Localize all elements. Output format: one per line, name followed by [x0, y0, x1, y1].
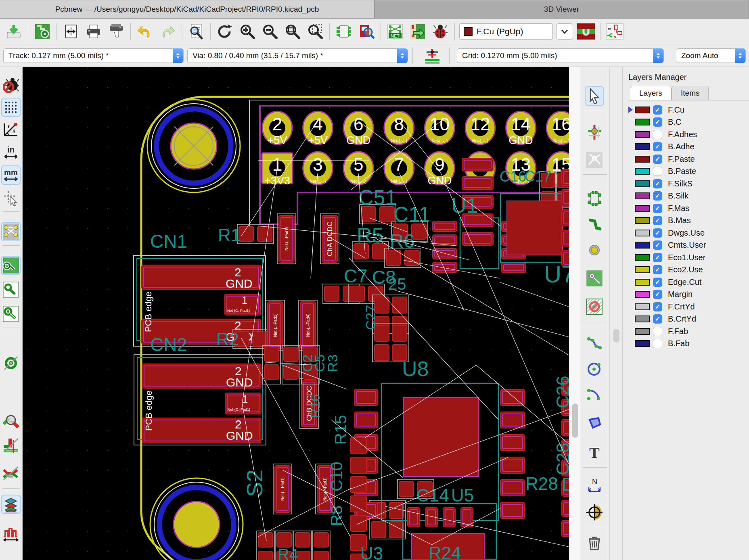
layer-visibility-checkbox[interactable]: ✓ [653, 253, 662, 262]
canvas-vscroll-thumb[interactable] [572, 403, 578, 438]
layer-color-swatch[interactable] [635, 107, 650, 113]
add-keepout-button[interactable] [586, 298, 603, 316]
layer-row-b-paste[interactable]: B.Paste [628, 165, 749, 178]
layer-visibility-checkbox[interactable]: ✓ [653, 278, 662, 287]
layer-visibility-checkbox[interactable]: ✓ [653, 216, 662, 225]
update-pcb-button[interactable] [408, 22, 427, 41]
layer-color-swatch[interactable] [635, 119, 650, 125]
draw-arc-button[interactable] [586, 385, 603, 403]
layer-color-swatch[interactable] [635, 316, 650, 322]
zones-outline-button[interactable] [2, 281, 20, 299]
panel-scroll-thumb[interactable] [613, 329, 619, 343]
layer-visibility-checkbox[interactable]: ✓ [653, 204, 662, 213]
zoom-out-button[interactable] [260, 22, 280, 41]
track-width-select[interactable]: Track: 0.127 mm (5.00 mils) * [3, 48, 184, 63]
grid-spinner-icon[interactable] [653, 48, 663, 63]
add-dimension-button[interactable]: N [586, 477, 603, 495]
layer-color-swatch[interactable] [635, 131, 650, 138]
tab-layers[interactable]: Layers [630, 86, 672, 100]
layer-row-eco1-user[interactable]: ✓Eco1.User [628, 251, 749, 264]
cursor-shape-button[interactable] [2, 189, 20, 207]
layer-color-swatch[interactable] [635, 168, 650, 175]
layer-visibility-checkbox[interactable]: ✓ [653, 105, 662, 115]
zoom-in-button[interactable] [238, 22, 257, 41]
polar-coords-button[interactable]: rθ [2, 121, 20, 139]
print-button[interactable] [84, 22, 103, 41]
layer-color-swatch[interactable] [635, 205, 650, 212]
layer-color-swatch[interactable] [635, 254, 650, 261]
drc-button[interactable] [431, 22, 450, 41]
layer-visibility-checkbox[interactable] [653, 339, 662, 348]
units-mm-button[interactable]: mm [2, 166, 20, 184]
layer-row-b-fab[interactable]: B.Fab [628, 338, 749, 350]
layer-visibility-checkbox[interactable]: ✓ [653, 314, 662, 324]
layer-visibility-checkbox[interactable]: ✓ [653, 117, 662, 127]
drc-off-button[interactable] [2, 76, 20, 94]
layer-visibility-checkbox[interactable] [653, 327, 662, 336]
auto-track-width-icon[interactable] [420, 48, 444, 65]
footprint-browser-button[interactable] [357, 22, 376, 41]
layer-row-eco2-use[interactable]: ✓Eco2.Use [628, 264, 749, 276]
layer-visibility-checkbox[interactable]: ✓ [653, 142, 662, 151]
delete-tool-button[interactable] [586, 533, 603, 551]
zones-filled-button[interactable] [2, 257, 20, 274]
layer-row-f-adhes[interactable]: F.Adhes [628, 128, 749, 141]
undo-button[interactable] [135, 22, 155, 41]
microwave-toolbar-button[interactable] [2, 524, 20, 542]
layer-row-f-fab[interactable]: F.Fab [628, 325, 749, 338]
layer-row-f-silks[interactable]: ✓F.SilkS [628, 178, 749, 190]
draw-line-button[interactable] [586, 335, 603, 353]
layer-color-swatch[interactable] [635, 303, 650, 310]
plot-button[interactable] [107, 22, 126, 41]
layer-visibility-checkbox[interactable]: ✓ [653, 302, 662, 311]
redraw-button[interactable] [215, 22, 234, 41]
zones-mixed-button[interactable] [2, 305, 20, 323]
cross-probe-button[interactable] [605, 22, 624, 41]
via-size-spinner-icon[interactable] [397, 48, 408, 63]
layer-color-swatch[interactable] [635, 180, 650, 187]
zoom-spinner-icon[interactable] [735, 48, 745, 63]
find-button[interactable] [186, 22, 206, 41]
layer-row-b-adhe[interactable]: ✓B.Adhe [628, 141, 749, 153]
layer-color-swatch[interactable] [635, 279, 650, 286]
track-width-spinner-icon[interactable] [173, 48, 183, 63]
layer-row-margin[interactable]: ✓Margin [628, 288, 749, 301]
footprint-editor-button[interactable] [334, 22, 354, 41]
sketch-vias-button[interactable] [2, 354, 20, 372]
add-zone-button[interactable] [586, 270, 603, 287]
layer-row-f-crtyd[interactable]: ✓F.CrtYd [628, 301, 749, 313]
layer-visibility-checkbox[interactable] [653, 130, 662, 139]
layer-color-swatch[interactable] [635, 291, 650, 298]
add-text-button[interactable]: T [586, 444, 603, 462]
active-layer-select[interactable]: F.Cu (PgUp) [459, 23, 553, 40]
add-footprint-button[interactable] [586, 190, 603, 207]
pcb-canvas[interactable]: 2+5V4+5V6GND8Net-(..-..)10Net-(..-..)12N… [23, 67, 569, 560]
netlist-button[interactable]: NET [385, 22, 405, 41]
highlight-net-button[interactable] [586, 123, 603, 141]
tab-pcbnew[interactable]: Pcbnew — /Users/gongyu/Desktop/KiCad/KiC… [0, 0, 374, 18]
layer-color-swatch[interactable] [635, 242, 650, 249]
layer-color-swatch[interactable] [635, 156, 650, 163]
canvas-vscrollbar[interactable] [569, 67, 580, 560]
local-ratsnest-button[interactable] [586, 151, 603, 169]
redo-button[interactable] [158, 22, 177, 41]
layer-visibility-checkbox[interactable] [653, 167, 662, 176]
layer-row-cmts-user[interactable]: ✓Cmts.User [628, 239, 749, 252]
show-grid-button[interactable] [2, 98, 20, 116]
sketch-pads-button[interactable] [2, 464, 20, 482]
layer-color-swatch[interactable] [635, 266, 650, 273]
draw-polygon-button[interactable] [586, 414, 603, 432]
layer-color-swatch[interactable] [635, 192, 650, 199]
zoom-selection-button[interactable] [305, 22, 325, 41]
layer-color-swatch[interactable] [635, 143, 650, 150]
zoom-select[interactable]: Zoom Auto [676, 48, 746, 63]
zoom-fit-button[interactable] [283, 22, 302, 41]
layer-row-f-mas[interactable]: ✓F.Mas [628, 202, 749, 215]
layer-color-swatch[interactable] [635, 230, 650, 236]
layer-row-b-mas[interactable]: ✓B.Mas [628, 215, 749, 227]
select-tool-button[interactable] [586, 87, 603, 105]
layer-row-b-crtyd[interactable]: ✓B.CrtYd [628, 313, 749, 326]
route-track-button[interactable] [586, 217, 603, 235]
board-setup-button[interactable] [33, 22, 52, 41]
draw-circle-button[interactable] [586, 360, 603, 378]
